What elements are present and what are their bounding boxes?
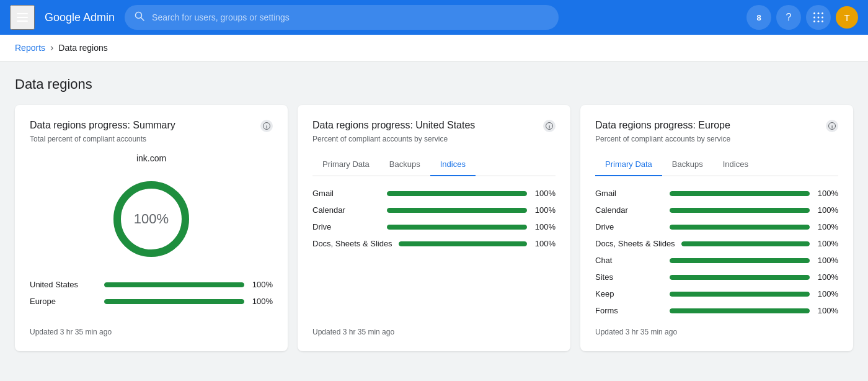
progress-bar-track (387, 225, 527, 230)
us-info-icon[interactable]: i (543, 120, 556, 132)
tab-backups-europe[interactable]: Backups (662, 153, 713, 176)
progress-bar-track (670, 308, 810, 313)
donut-percent: 100% (134, 211, 169, 227)
svg-point-11 (813, 20, 815, 22)
service-label: Gmail (595, 189, 663, 198)
list-item: Calendar 100% (312, 205, 556, 215)
service-label: Drive (595, 222, 663, 231)
progress-bar-fill (670, 258, 810, 263)
service-label: Docs, Sheets & Slides (312, 239, 392, 248)
us-services-list: Gmail 100% Calendar 100% Drive 100% Docs… (312, 189, 556, 315)
svg-text:i: i (266, 124, 267, 130)
help-icon: ? (786, 12, 792, 23)
service-value: 100% (533, 189, 556, 198)
list-item: Calendar 100% (595, 205, 838, 215)
progress-bar-fill (670, 308, 810, 313)
progress-bar-fill (670, 191, 810, 196)
breadcrumb-reports-link[interactable]: Reports (15, 43, 45, 53)
region-label: United States (30, 280, 98, 289)
svg-text:i: i (831, 124, 833, 130)
us-card-footer: Updated 3 hr 35 min ago (312, 315, 556, 336)
avatar-letter: T (844, 12, 849, 23)
tab-indices-europe[interactable]: Indices (713, 153, 758, 176)
progress-bar-fill (387, 191, 527, 196)
progress-bar-track (387, 208, 527, 213)
list-item: Forms 100% (595, 306, 838, 315)
progress-bar-track (104, 299, 244, 304)
progress-bar-fill (399, 241, 527, 246)
tab-backups-us[interactable]: Backups (379, 153, 430, 176)
list-item: Sites 100% (595, 272, 838, 282)
progress-bar-fill (670, 292, 810, 297)
header-actions: 8 ? T (746, 5, 858, 30)
breadcrumb-separator: › (50, 42, 53, 53)
progress-bar-fill (670, 225, 810, 230)
svg-point-12 (818, 20, 820, 22)
progress-bar-fill (670, 208, 810, 213)
service-label: Drive (312, 222, 381, 231)
us-card-subtitle: Percent of compliant accounts by service (312, 135, 556, 143)
header: Google Admin 8 ? (0, 0, 868, 35)
summary-card-title: Data regions progress: Summary (30, 120, 175, 131)
service-value: 100% (816, 239, 838, 248)
progress-bar-track (670, 258, 810, 263)
tab-indices-us[interactable]: Indices (430, 153, 476, 176)
apps-button[interactable] (806, 5, 831, 30)
service-value: 100% (816, 256, 838, 265)
avatar-button[interactable]: T (836, 6, 858, 29)
europe-card-header: Data regions progress: Europe i (595, 120, 838, 132)
svg-point-5 (813, 12, 815, 14)
summary-info-icon[interactable]: i (260, 120, 273, 132)
search-input[interactable] (152, 12, 549, 22)
svg-point-13 (822, 20, 823, 22)
page-title: Data regions (15, 76, 853, 92)
tab-primary-data-europe[interactable]: Primary Data (595, 153, 662, 176)
progress-bar-track (104, 282, 244, 287)
support-button[interactable]: 8 (746, 5, 771, 30)
service-value: 100% (816, 189, 838, 198)
menu-button[interactable] (10, 5, 35, 30)
service-label: Chat (595, 256, 663, 265)
svg-point-9 (818, 17, 820, 19)
svg-point-6 (818, 12, 820, 14)
progress-bar-fill (681, 241, 810, 246)
svg-line-4 (141, 18, 144, 21)
tab-primary-data-us[interactable]: Primary Data (312, 153, 379, 176)
progress-bar-fill (387, 208, 527, 213)
europe-services-list: Gmail 100% Calendar 100% Drive 100% Docs… (595, 189, 838, 315)
cards-row: Data regions progress: Summary i Total p… (15, 105, 853, 351)
progress-bar-track (681, 241, 810, 246)
service-label: Calendar (595, 205, 663, 215)
list-item: Docs, Sheets & Slides 100% (595, 239, 838, 248)
service-label: Forms (595, 306, 663, 315)
progress-bar-track (670, 275, 810, 280)
support-icon: 8 (756, 13, 761, 22)
summary-card-subtitle: Total percent of compliant accounts (30, 135, 273, 143)
europe-card-footer: Updated 3 hr 35 min ago (595, 315, 838, 336)
service-value: 100% (816, 222, 838, 231)
list-item: Keep 100% (595, 289, 838, 298)
list-item: Gmail 100% (595, 189, 838, 198)
search-bar[interactable] (125, 5, 559, 30)
summary-card: Data regions progress: Summary i Total p… (15, 105, 288, 351)
progress-bar-track (399, 241, 527, 246)
europe-info-icon[interactable]: i (826, 120, 838, 132)
service-label: Keep (595, 289, 663, 298)
us-card: Data regions progress: United States i P… (298, 105, 570, 351)
progress-bar-track (387, 191, 527, 196)
service-value: 100% (816, 272, 838, 282)
service-value: 100% (816, 205, 838, 215)
progress-bar-track (670, 292, 810, 297)
region-value: 100% (250, 297, 273, 306)
help-button[interactable]: ? (776, 5, 801, 30)
service-label: Sites (595, 272, 663, 282)
progress-bar-track (670, 208, 810, 213)
service-value: 100% (533, 222, 556, 231)
svg-point-10 (822, 17, 823, 19)
service-value: 100% (816, 289, 838, 298)
svg-rect-2 (17, 20, 28, 22)
us-card-header: Data regions progress: United States i (312, 120, 556, 132)
list-item: Europe 100% (30, 297, 273, 306)
summary-card-header: Data regions progress: Summary i (30, 120, 273, 132)
progress-bar-fill (387, 225, 527, 230)
